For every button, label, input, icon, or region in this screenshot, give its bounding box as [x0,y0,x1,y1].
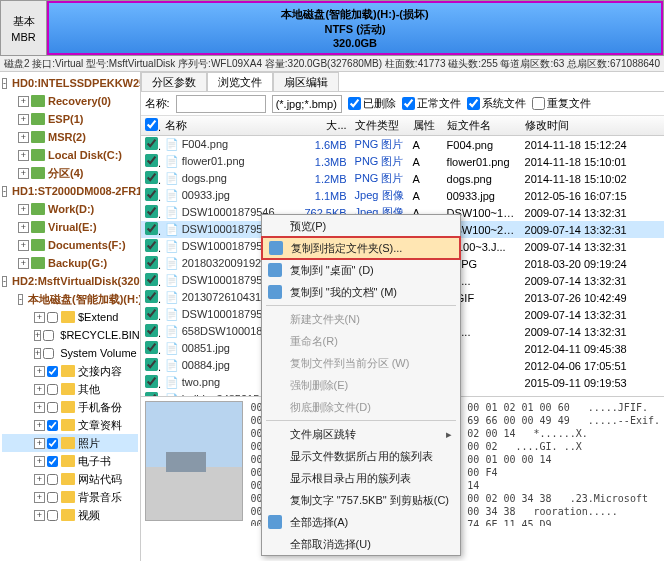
ctx-item: 重命名(R) [262,330,460,352]
tree-folder[interactable]: +交接内容 [2,362,138,380]
file-row[interactable]: 📄 flower01.png 1.3MB PNG 图片 A flower01.p… [141,153,664,170]
file-row[interactable]: 📄 dogs.png 1.2MB PNG 图片 A dogs.png 2014-… [141,170,664,187]
tree-folder[interactable]: +背景音乐 [2,488,138,506]
file-checkbox[interactable] [145,256,158,269]
ctx-item[interactable]: 文件扇区跳转▸ [262,423,460,445]
folder-icon [268,285,282,299]
tree-part[interactable]: +MSR(2) [2,128,138,146]
filter-name-label: 名称: [145,96,170,111]
disk-label: 基本 MBR [1,1,47,55]
tree-folder[interactable]: +视频 [2,506,138,524]
file-checkbox[interactable] [145,171,158,184]
tree-folder[interactable]: +网站代码 [2,470,138,488]
tree-folder[interactable]: +照片 [2,434,138,452]
tab-partition[interactable]: 分区参数 [141,72,207,91]
partition-bar[interactable]: 本地磁盘(智能加载)(H:)-(损坏) NTFS (活动) 320.0GB [47,1,663,55]
file-checkbox[interactable] [145,273,158,286]
file-checkbox[interactable] [145,324,158,337]
ctx-item: 新建文件夹(N) [262,308,460,330]
tab-browse[interactable]: 浏览文件 [207,72,273,91]
file-checkbox[interactable] [145,222,158,235]
ctx-item: 强制删除(E) [262,374,460,396]
preview-thumbnail [145,401,243,521]
file-checkbox[interactable] [145,341,158,354]
file-checkbox[interactable] [145,375,158,388]
ctx-item[interactable]: 显示文件数据所占用的簇列表 [262,445,460,467]
file-header[interactable]: 名称 大... 文件类型 属性 短文件名 修改时间 [141,116,664,136]
tree-folder[interactable]: +$RECYCLE.BIN [2,326,138,344]
tree-part-damaged[interactable]: -本地磁盘(智能加载)(H:)-(损坏) [2,290,138,308]
file-checkbox[interactable] [145,358,158,371]
tree-hd2[interactable]: -HD2:MsftVirtualDisk(320GB) [2,272,138,290]
chk-dup[interactable]: 重复文件 [532,96,591,111]
tree-part[interactable]: +Local Disk(C:) [2,146,138,164]
tree-part[interactable]: +Documents(F:) [2,236,138,254]
tree-folder[interactable]: +文章资料 [2,416,138,434]
ctx-item[interactable]: 预览(P) [262,215,460,237]
chk-system[interactable]: 系统文件 [467,96,526,111]
filter-bar: 名称: 已删除 正常文件 系统文件 重复文件 [141,92,664,116]
tree-part[interactable]: +分区(4) [2,164,138,182]
folder-icon [269,241,283,255]
context-menu: 预览(P) 复制到指定文件夹(S)... 复制到 "桌面" (D) 复制到 "我… [261,214,461,556]
ctx-item: 彻底删除文件(D) [262,396,460,418]
ctx-item[interactable]: 复制到 "我的文档" (M) [262,281,460,303]
tree-part[interactable]: +ESP(1) [2,110,138,128]
filter-name-input[interactable] [176,95,266,113]
ctx-item: 复制文件到当前分区 (W) [262,352,460,374]
ctx-item[interactable]: 全部选择(A) [262,511,460,533]
folder-icon [268,263,282,277]
tree-folder[interactable]: +电子书 [2,452,138,470]
ctx-item[interactable]: 显示根目录占用的簇列表 [262,467,460,489]
file-row[interactable]: 📄 00933.jpg 1.1MB Jpeg 图像 A 00933.jpg 20… [141,187,664,204]
file-checkbox[interactable] [145,188,158,201]
tree-part[interactable]: +Work(D:) [2,200,138,218]
file-checkbox[interactable] [145,290,158,303]
tree-folder[interactable]: +System Volume Information [2,344,138,362]
tree-part[interactable]: +Recovery(0) [2,92,138,110]
folder-icon [268,515,282,529]
file-checkbox[interactable] [145,137,158,150]
tree-part[interactable]: +Virual(E:) [2,218,138,236]
tabs: 分区参数 浏览文件 扇区编辑 [141,72,664,92]
tree-hd0[interactable]: -HD0:INTELSSDPEKKW256G8(238GB) [2,74,138,92]
chk-normal[interactable]: 正常文件 [402,96,461,111]
device-tree[interactable]: -HD0:INTELSSDPEKKW256G8(238GB) +Recovery… [0,72,141,561]
disk-info: 磁盘2 接口:Virtual 型号:MsftVirtualDisk 序列号:WF… [0,56,664,72]
file-checkbox[interactable] [145,205,158,218]
ctx-item[interactable]: 全部取消选择(U) [262,533,460,555]
tree-folder[interactable]: +其他 [2,380,138,398]
filter-ext-input[interactable] [272,95,342,113]
file-row[interactable]: 📄 F004.png 1.6MB PNG 图片 A F004.png 2014-… [141,136,664,153]
tree-part[interactable]: +Backup(G:) [2,254,138,272]
tab-sector[interactable]: 扇区编辑 [273,72,339,91]
ctx-item[interactable]: 复制到 "桌面" (D) [262,259,460,281]
tree-folder[interactable]: +$Extend [2,308,138,326]
tree-hd1[interactable]: -HD1:ST2000DM008-2FR102(1863GB) [2,182,138,200]
file-checkbox[interactable] [145,239,158,252]
file-checkbox[interactable] [145,154,158,167]
ctx-item[interactable]: 复制到指定文件夹(S)... [262,237,460,259]
chk-deleted[interactable]: 已删除 [348,96,396,111]
ctx-item[interactable]: 复制文字 "757.5KB" 到剪贴板(C) [262,489,460,511]
file-checkbox[interactable] [145,307,158,320]
tree-folder[interactable]: +手机备份 [2,398,138,416]
